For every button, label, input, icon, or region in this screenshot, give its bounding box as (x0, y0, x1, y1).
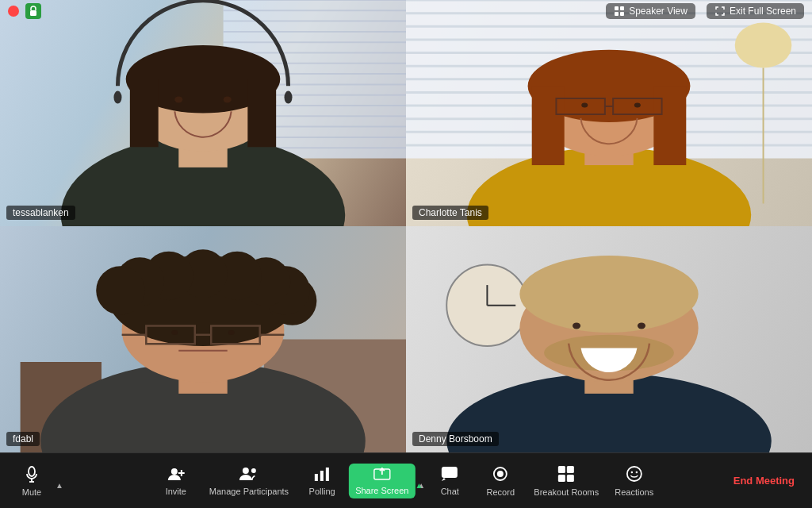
svg-rect-0 (30, 10, 36, 16)
video-cell-charlotte: Charlotte Tanis (406, 0, 812, 226)
exit-fullscreen-label: Exit Full Screen (730, 6, 796, 17)
tessa-name-tag: tessablanken (6, 206, 75, 220)
mute-icon (23, 465, 40, 485)
speaker-view-label: Speaker View (629, 6, 688, 17)
mute-label: Mute (22, 487, 41, 497)
share-screen-icon (373, 467, 391, 483)
svg-rect-24 (567, 475, 574, 482)
breakout-rooms-button[interactable]: Breakout Rooms (527, 462, 605, 500)
chat-label: Chat (441, 487, 459, 496)
polling-icon (314, 466, 330, 484)
toolbar-center: Invite Manage Participants (152, 462, 660, 500)
top-bar: Speaker View Exit Full Screen (0, 0, 812, 22)
svg-point-20 (497, 471, 504, 477)
mute-group: Mute ▲ (8, 462, 63, 500)
top-bar-left (8, 3, 41, 19)
chat-button[interactable]: Chat (426, 463, 473, 499)
svg-rect-18 (442, 467, 458, 478)
end-meeting-button[interactable]: End Meeting (724, 468, 804, 493)
svg-rect-1 (615, 6, 619, 10)
manage-participants-button[interactable]: Manage Participants (203, 463, 295, 499)
svg-rect-22 (567, 466, 574, 473)
reactions-icon (626, 465, 643, 485)
denny-video (406, 226, 812, 452)
svg-point-9 (171, 468, 178, 475)
svg-rect-4 (620, 12, 624, 16)
toolbar: Mute ▲ Stop Video ▲ (0, 452, 812, 508)
svg-rect-2 (620, 6, 624, 10)
record-button[interactable]: Record (477, 462, 524, 500)
share-screen-group: Share Screen ▲ (349, 464, 423, 498)
svg-rect-21 (558, 466, 565, 473)
share-screen-chevron: ▲ (415, 471, 423, 490)
charlotte-video (406, 0, 812, 226)
svg-point-27 (635, 471, 637, 472)
fdabl-video (0, 226, 406, 452)
tessa-video (0, 0, 406, 226)
top-bar-right: Speaker View Exit Full Screen (606, 3, 804, 19)
invite-icon (167, 466, 185, 484)
charlotte-name-tag: Charlotte Tanis (412, 206, 488, 220)
svg-point-25 (627, 467, 642, 481)
invite-button[interactable]: Invite (152, 463, 200, 499)
svg-rect-16 (326, 468, 329, 481)
svg-rect-23 (558, 475, 565, 482)
svg-rect-14 (315, 474, 318, 481)
lock-icon (25, 3, 41, 19)
speaker-view-button[interactable]: Speaker View (606, 3, 695, 19)
manage-participants-label: Manage Participants (209, 487, 289, 496)
svg-rect-15 (320, 471, 324, 481)
video-cell-denny: Denny Borsboom (406, 226, 812, 452)
share-screen-button[interactable]: Share Screen (349, 464, 415, 498)
manage-participants-icon (239, 466, 259, 484)
svg-point-12 (243, 468, 249, 474)
video-cell-tessa: tessablanken (0, 0, 406, 226)
exit-fullscreen-button[interactable]: Exit Full Screen (707, 3, 804, 19)
fdabl-name-tag: fdabl (6, 432, 40, 446)
svg-point-26 (630, 471, 632, 472)
reactions-label: Reactions (615, 487, 653, 497)
share-screen-label: Share Screen (355, 486, 408, 495)
reactions-button[interactable]: Reactions (608, 462, 660, 500)
polling-label: Polling (309, 487, 335, 496)
video-cell-fdabl: fdabl (0, 226, 406, 452)
denny-name-tag: Denny Borsboom (412, 432, 499, 446)
invite-label: Invite (166, 487, 186, 496)
record-icon (492, 465, 509, 485)
svg-point-5 (29, 467, 35, 476)
mute-button[interactable]: Mute (8, 462, 56, 500)
video-container: tessablanken Charlotte Tanis fdabl Denny… (0, 0, 812, 452)
record-indicator (8, 6, 19, 17)
svg-point-13 (251, 468, 256, 473)
breakout-rooms-icon (557, 465, 575, 485)
polling-button[interactable]: Polling (298, 463, 346, 499)
breakout-rooms-label: Breakout Rooms (534, 487, 599, 497)
chat-icon (441, 466, 458, 484)
mute-chevron: ▲ (56, 471, 63, 490)
svg-rect-3 (615, 12, 619, 16)
record-label: Record (487, 487, 515, 497)
end-meeting-label: End Meeting (733, 475, 795, 487)
